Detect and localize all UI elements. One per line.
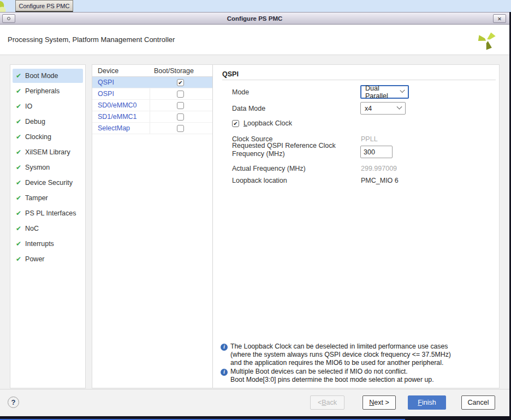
wm-tab-label: Configure PS PMC [19,3,70,9]
requested-freq-input[interactable] [360,146,393,158]
requested-freq-label: Requested QSPI Reference Clock Frequency… [232,142,362,158]
page-title: Processing System, Platform Management C… [8,35,175,44]
note-text: (where the system always runs QSPI devic… [230,351,451,358]
actual-freq-label: Actual Frequency (MHz) [232,165,306,172]
loopback-location-value: PMC_MIO 6 [361,177,399,184]
table-row-ospi[interactable]: OSPI [92,88,212,100]
note-text: and the application requires the MIO6 to… [230,359,443,367]
window-menu-button[interactable] [2,14,15,23]
check-icon: ✔ [16,195,21,201]
check-icon: ✔ [16,118,21,125]
sidebar-item-label: PS PL Interfaces [25,209,76,217]
loopback-clock-label: Loopback Clock [243,119,292,127]
table-row-selectmap[interactable]: SelectMap [92,123,212,134]
device-link[interactable]: SelectMap [98,124,130,132]
finish-button[interactable]: Finish [408,395,446,410]
note-text: Boot Mode[3:0] pins determine the boot m… [230,376,434,383]
info-icon: i [221,344,228,351]
footer-bar: ? < Back Next > Finish Cancel [0,389,509,416]
check-icon: ✔ [16,149,21,155]
sidebar-item-label: Debug [25,118,45,125]
note-text: The Loopback Clock can be deselected in … [230,343,448,350]
sidebar-item-sysmon[interactable]: ✔ Sysmon [13,160,83,175]
sidebar-item-label: Interrupts [25,240,54,248]
note-text: Multiple Boot devices can be selected if… [230,368,408,375]
sidebar-item-label: IO [25,103,32,110]
sidebar-item-clocking[interactable]: ✔ Clocking [13,130,83,144]
sidebar-item-io[interactable]: ✔ IO [13,99,83,113]
check-icon: ✔ [16,256,21,262]
back-button: < Back [310,395,344,410]
mode-value: Dual Parallel [365,85,401,100]
sidebar-item-interrupts[interactable]: ✔ Interrupts [13,237,83,251]
actual-freq-value: 299.997009 [361,165,397,172]
dialog-header: Processing System, Platform Management C… [0,25,509,55]
check-icon: ✔ [16,179,21,186]
boot-storage-checkbox[interactable] [177,125,184,132]
sidebar-item-label: NoC [25,225,39,232]
boot-storage-checkbox[interactable] [177,102,184,109]
sidebar-item-label: Sysmon [25,164,50,171]
check-icon: ✔ [16,225,21,232]
versal-logo-icon [476,29,497,50]
sidebar-item-noc[interactable]: ✔ NoC [13,221,83,236]
sidebar-item-label: XilSEM Library [25,148,70,156]
sidebar-item-label: Tamper [25,194,48,202]
check-icon: ✔ [16,241,21,247]
wm-tab-strip: Configure PS PMC [0,0,511,12]
app-logo-icon [0,0,15,12]
close-button[interactable]: ✕ [493,14,506,23]
window-titlebar: Configure PS PMC ✕ [0,12,509,25]
device-link[interactable]: SD1/eMMC1 [98,113,137,121]
section-title: QSPI [222,70,239,78]
table-row-sd1-emmc1[interactable]: SD1/eMMC1 [92,111,212,123]
check-icon: ✔ [16,164,21,171]
clock-source-value: PPLL [361,135,378,143]
boot-storage-checkbox[interactable]: ✔ [177,79,184,86]
sidebar-item-peripherals[interactable]: ✔ Peripherals [13,84,83,98]
loopback-clock-checkbox[interactable]: ✔ [232,120,239,127]
check-icon: ✔ [16,88,21,94]
cancel-button[interactable]: Cancel [461,395,495,410]
data-mode-label: Data Mode [232,105,265,112]
device-link[interactable]: OSPI [98,90,114,98]
boot-storage-checkbox[interactable] [177,113,184,121]
sidebar-item-xilsem-library[interactable]: ✔ XilSEM Library [13,145,83,159]
mode-dropdown[interactable]: Dual Parallel [360,85,409,99]
wm-tab-configure-ps-pmc[interactable]: Configure PS PMC [15,0,73,12]
sidebar-item-ps-pl-interfaces[interactable]: ✔ PS PL Interfaces [13,206,83,220]
sidebar-item-label: Device Security [25,179,73,187]
window-menu-icon [7,17,10,20]
qspi-config-panel: QSPI Mode Dual Parallel Data Mode x4 ✔ L… [213,65,500,388]
sidebar-item-label: Boot Mode [25,72,58,80]
sidebar-item-label: Peripherals [25,87,60,95]
device-link[interactable]: SD0/eMMC0 [98,101,137,109]
window-title: Configure PS PMC [0,13,509,24]
data-mode-dropdown[interactable]: x4 [360,102,406,115]
sidebar-item-label: Clocking [25,133,51,141]
info-icon: i [221,369,228,376]
sidebar-item-power[interactable]: ✔ Power [13,252,83,266]
table-row-sd0-emmc0[interactable]: SD0/eMMC0 [92,100,212,111]
sidebar-item-device-security[interactable]: ✔ Device Security [13,176,83,190]
boot-storage-checkbox[interactable] [177,91,184,98]
column-header-device: Device [98,67,118,75]
check-icon: ✔ [233,121,237,127]
chevron-down-icon [397,104,402,110]
device-link[interactable]: QSPI [98,79,114,86]
help-button[interactable]: ? [8,397,19,408]
check-icon: ✔ [16,103,21,110]
sidebar-nav: ✔ Boot Mode ✔ Peripherals ✔ IO ✔ Debug ✔… [10,64,86,388]
loopback-location-label: Loopback location [232,177,287,184]
device-table-header: Device Boot/Storage [92,65,212,77]
sidebar-item-debug[interactable]: ✔ Debug [13,115,83,129]
sidebar-item-boot-mode[interactable]: ✔ Boot Mode [13,69,83,83]
check-icon: ✔ [16,210,21,217]
check-icon: ✔ [178,80,182,86]
check-icon: ✔ [16,73,21,79]
sidebar-item-tamper[interactable]: ✔ Tamper [13,191,83,205]
check-icon: ✔ [16,134,21,140]
help-icon: ? [11,398,16,406]
next-button[interactable]: Next > [363,395,396,410]
table-row-qspi[interactable]: QSPI ✔ [92,77,212,88]
